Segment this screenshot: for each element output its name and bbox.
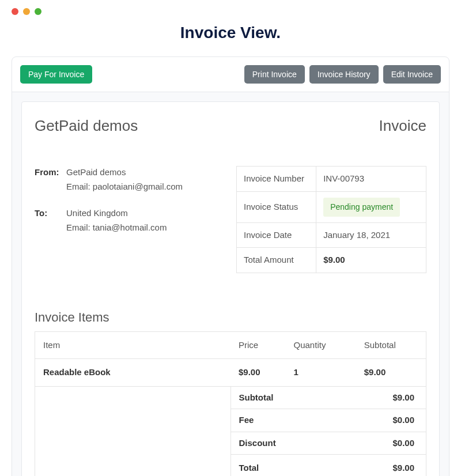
col-subtotal: Subtotal — [356, 331, 426, 359]
col-qty: Quantity — [286, 331, 356, 359]
address-block: From: GetPaid demos Email: paolotaiani@g… — [35, 166, 219, 273]
to-label: To: — [35, 207, 66, 235]
items-title: Invoice Items — [35, 308, 426, 327]
col-item: Item — [35, 331, 231, 359]
summary-total-label: Total — [231, 455, 344, 477]
summary-total-value: $9.00 — [343, 455, 426, 477]
document-type-label: Invoice — [379, 115, 426, 137]
edit-invoice-button[interactable]: Edit Invoice — [383, 65, 441, 84]
summary-fee-label: Fee — [231, 409, 344, 432]
summary-discount-label: Discount — [231, 432, 344, 455]
window-traffic-lights — [12, 8, 449, 15]
summary-table: Subtotal $9.00 Fee $0.00 Discount — [231, 387, 426, 477]
print-invoice-button[interactable]: Print Invoice — [244, 65, 305, 84]
summary-subtotal-label: Subtotal — [231, 387, 344, 409]
from-label: From: — [35, 166, 66, 194]
zoom-icon[interactable] — [35, 8, 41, 15]
toolbar: Pay For Invoice Print Invoice Invoice Hi… — [12, 57, 449, 92]
item-qty: 1 — [286, 359, 356, 387]
item-name: Readable eBook — [35, 359, 231, 387]
summary-fee-value: $0.00 — [343, 409, 426, 432]
invoice-items-table: Item Price Quantity Subtotal Readable eB… — [35, 331, 426, 477]
meta-date-value: January 18, 2021 — [316, 222, 426, 248]
pay-for-invoice-button[interactable]: Pay For Invoice — [20, 65, 92, 84]
item-row: Readable eBook $9.00 1 $9.00 — [35, 359, 426, 387]
invoice-meta-table: Invoice Number INV-00793 Invoice Status … — [236, 166, 426, 273]
summary-discount-value: $0.00 — [343, 432, 426, 455]
summary-subtotal-value: $9.00 — [343, 387, 426, 409]
meta-number-value: INV-00793 — [316, 167, 426, 192]
minimize-icon[interactable] — [23, 8, 30, 15]
meta-date-label: Invoice Date — [237, 222, 316, 248]
col-price: Price — [231, 331, 286, 359]
page-title: Invoice View. — [12, 21, 449, 45]
item-subtotal: $9.00 — [356, 359, 426, 387]
invoice-card: Pay For Invoice Print Invoice Invoice Hi… — [12, 56, 449, 476]
status-badge: Pending payment — [323, 198, 400, 217]
brand-name: GetPaid demos — [35, 115, 138, 137]
meta-total-label: Total Amount — [237, 248, 316, 273]
item-price: $9.00 — [231, 359, 286, 387]
meta-status-label: Invoice Status — [237, 191, 316, 222]
meta-total-value: $9.00 — [316, 248, 426, 273]
close-icon[interactable] — [12, 8, 18, 15]
to-name: United Kingdom — [66, 207, 167, 220]
from-name: GetPaid demos — [66, 166, 183, 179]
from-email: Email: paolotaiani@gmail.com — [66, 180, 183, 194]
meta-number-label: Invoice Number — [237, 167, 316, 192]
invoice-sheet: GetPaid demos Invoice From: GetPaid demo… — [21, 101, 440, 476]
invoice-history-button[interactable]: Invoice History — [309, 65, 379, 84]
to-email: Email: tania@hotmail.com — [66, 221, 167, 235]
